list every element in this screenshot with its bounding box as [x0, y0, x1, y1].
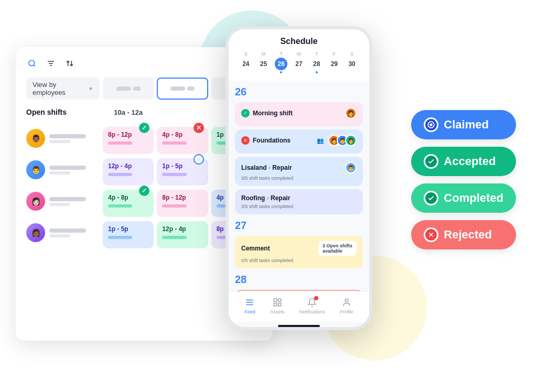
- svg-point-0: [29, 60, 35, 66]
- view-selector[interactable]: View by employees ▼: [26, 78, 100, 100]
- lisaland-repair-card[interactable]: Lisaland › Repair 👨 3/5 shift tasks comp…: [235, 157, 363, 186]
- employee-info: 👩🏻: [26, 190, 100, 213]
- card-progress: 0/5 shift tasks completed: [241, 258, 357, 263]
- filter-icon[interactable]: [45, 58, 57, 69]
- open-shifts-badge: 3 Open shiftsavailable: [318, 241, 357, 256]
- employee-info: 👩🏾: [26, 221, 100, 244]
- col-header-2[interactable]: [157, 78, 208, 100]
- avatar: 👩🏾: [26, 223, 45, 242]
- phone-title: Schedule: [237, 37, 361, 46]
- roofing-repair-card[interactable]: Roofing › Repair 3/5 shift tasks complet…: [235, 189, 363, 214]
- open-shifts-label: Open shifts: [26, 103, 100, 122]
- shift-block[interactable]: ✓ 4p - 8p: [103, 190, 154, 217]
- tab-notifications-label: Notifications: [299, 309, 325, 314]
- day-number-26: 26: [235, 86, 363, 98]
- card-avatar: 👨: [345, 162, 357, 173]
- rejected-label: Rejected: [444, 228, 492, 242]
- check-icon: ✓: [241, 109, 250, 117]
- cal-day: S 24: [240, 51, 252, 73]
- tab-profile[interactable]: Profile: [340, 297, 353, 314]
- accepted-badge[interactable]: Accepted: [411, 147, 516, 176]
- phone-footer: Feed Assets Notifications: [229, 291, 369, 322]
- sort-icon[interactable]: [64, 58, 76, 69]
- shift-block[interactable]: ✓ 8p - 12p: [103, 127, 154, 154]
- feed-icon: [244, 297, 255, 308]
- card-progress: 3/5 shift tasks completed: [241, 176, 357, 181]
- cemment-card[interactable]: Cemment 3 Open shiftsavailable 0/5 shift…: [235, 236, 363, 268]
- cal-day: T 28: [310, 51, 323, 73]
- day-28-card[interactable]: 👩 👨: [235, 290, 363, 291]
- x-badge-icon: ✕: [194, 123, 204, 133]
- accepted-label: Accepted: [444, 155, 496, 168]
- accepted-icon: [424, 154, 438, 169]
- shift-block[interactable]: 8p - 12p: [157, 190, 208, 217]
- day-section-28: 28 👩 👨: [235, 274, 363, 291]
- scene: View by employees ▼: [0, 0, 537, 392]
- svg-rect-10: [278, 303, 281, 306]
- morning-shift-card[interactable]: ✓ Morning shift 👩: [235, 102, 363, 126]
- claimed-icon: [424, 117, 438, 132]
- employee-info: 👨🏾: [26, 127, 100, 150]
- phone-header: Schedule S 24 M 25 T 26 W 27: [229, 29, 369, 81]
- x-icon: ✕: [241, 136, 250, 145]
- assets-icon: [272, 297, 283, 308]
- cal-day-active: T 26: [275, 51, 287, 73]
- day-section-26: 26 ✓ Morning shift 👩 ✕ Foundati: [235, 86, 363, 214]
- tab-feed[interactable]: Feed: [244, 297, 255, 314]
- shift-block[interactable]: 1p - 5p: [103, 221, 154, 248]
- claimed-badge[interactable]: Claimed: [411, 110, 516, 139]
- card-progress: 3/5 shift tasks completed: [241, 204, 357, 209]
- completed-label: Completed: [444, 191, 503, 205]
- card-avatar: 👩: [345, 107, 357, 119]
- foundations-card[interactable]: ✕ Foundations 👥 👩 👨 👩: [235, 129, 363, 154]
- rejected-badge[interactable]: Rejected: [411, 220, 516, 249]
- svg-point-11: [345, 299, 348, 302]
- tab-profile-label: Profile: [340, 309, 353, 314]
- cal-day: F 29: [328, 51, 340, 73]
- circle-badge-icon: ○: [194, 154, 204, 165]
- open-shift-time: 10a - 12a: [103, 103, 154, 122]
- status-badges-panel: Claimed Accepted Completed: [411, 110, 516, 249]
- cal-day: S 30: [346, 51, 358, 73]
- rejected-icon: [424, 227, 438, 242]
- svg-point-13: [431, 124, 433, 126]
- card-title: Lisaland › Repair: [241, 164, 342, 171]
- cal-day: W 27: [293, 51, 305, 73]
- shift-block[interactable]: 12p - 4p: [157, 221, 208, 248]
- cal-day: M 25: [257, 51, 270, 73]
- card-title: Cemment: [241, 245, 315, 252]
- employee-info: 👨: [26, 158, 100, 181]
- notification-dot: [314, 296, 318, 300]
- completed-badge[interactable]: Completed: [411, 183, 516, 213]
- home-bar: [278, 325, 320, 327]
- avatar: 👩🏻: [26, 192, 45, 211]
- card-title: Roofing › Repair: [241, 194, 357, 202]
- notifications-icon: [307, 297, 317, 308]
- svg-rect-9: [274, 303, 276, 306]
- tab-assets[interactable]: Assets: [270, 297, 284, 314]
- shift-block[interactable]: ○ 1p - 5p: [157, 158, 208, 186]
- day-number-28: 28: [235, 274, 363, 286]
- svg-rect-8: [278, 299, 281, 301]
- col-header-1: [103, 78, 154, 100]
- shift-block[interactable]: 12p - 4p: [103, 158, 154, 186]
- phone-body: 26 ✓ Morning shift 👩 ✕ Foundati: [229, 81, 369, 291]
- open-shift-time-2: [157, 103, 208, 122]
- tab-notifications[interactable]: Notifications: [299, 297, 325, 314]
- card-title: Foundations: [253, 137, 314, 144]
- claimed-label: Claimed: [444, 118, 489, 132]
- day-dot: [316, 71, 318, 73]
- tab-feed-label: Feed: [244, 309, 255, 314]
- profile-icon: [341, 297, 352, 308]
- avatar: 👨: [26, 160, 45, 179]
- card-avatar: 👩: [345, 135, 357, 146]
- group-icon: 👥: [317, 137, 324, 144]
- search-icon[interactable]: [26, 58, 38, 69]
- card-title: Morning shift: [253, 110, 347, 117]
- shift-block[interactable]: ✕ 4p - 8p: [157, 127, 208, 154]
- day-section-27: 27 Cemment 3 Open shiftsavailable 0/5 sh…: [235, 220, 363, 268]
- day-number-27: 27: [235, 220, 363, 232]
- tab-assets-label: Assets: [270, 309, 284, 314]
- active-day-dot: [280, 71, 282, 73]
- mobile-phone: Schedule S 24 M 25 T 26 W 27: [225, 26, 372, 330]
